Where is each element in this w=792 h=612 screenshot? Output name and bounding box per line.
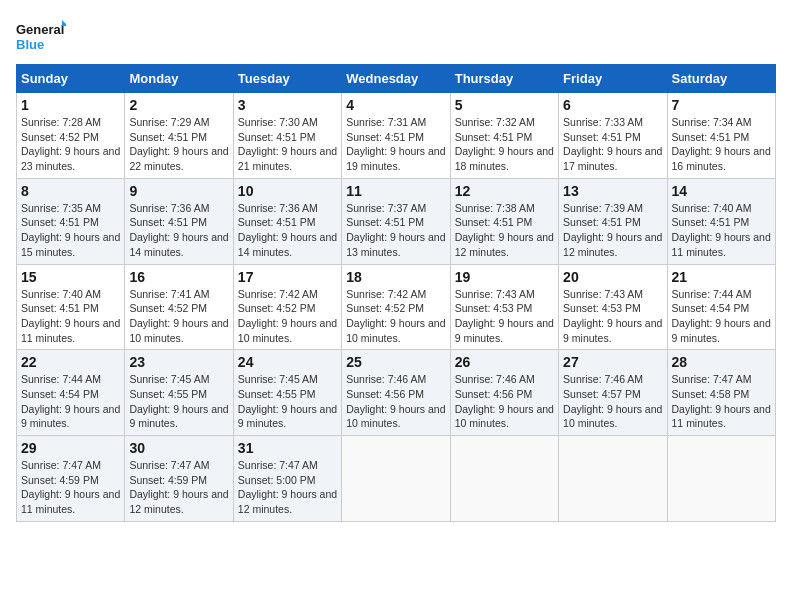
calendar-day-cell: 17Sunrise: 7:42 AMSunset: 4:52 PMDayligh… xyxy=(233,264,341,350)
calendar-day-cell: 31Sunrise: 7:47 AMSunset: 5:00 PMDayligh… xyxy=(233,436,341,522)
day-number: 12 xyxy=(455,183,554,199)
calendar-day-cell: 19Sunrise: 7:43 AMSunset: 4:53 PMDayligh… xyxy=(450,264,558,350)
weekday-header: Monday xyxy=(125,65,233,93)
calendar-day-cell xyxy=(559,436,667,522)
calendar-day-cell: 18Sunrise: 7:42 AMSunset: 4:52 PMDayligh… xyxy=(342,264,450,350)
weekday-header: Thursday xyxy=(450,65,558,93)
calendar-week-row: 22Sunrise: 7:44 AMSunset: 4:54 PMDayligh… xyxy=(17,350,776,436)
day-number: 14 xyxy=(672,183,771,199)
day-number: 21 xyxy=(672,269,771,285)
logo: General Blue xyxy=(16,16,66,56)
weekday-header: Wednesday xyxy=(342,65,450,93)
day-number: 10 xyxy=(238,183,337,199)
day-number: 8 xyxy=(21,183,120,199)
calendar-day-cell: 15Sunrise: 7:40 AMSunset: 4:51 PMDayligh… xyxy=(17,264,125,350)
day-number: 7 xyxy=(672,97,771,113)
day-info: Sunrise: 7:36 AMSunset: 4:51 PMDaylight:… xyxy=(238,201,337,260)
day-info: Sunrise: 7:40 AMSunset: 4:51 PMDaylight:… xyxy=(21,287,120,346)
day-number: 15 xyxy=(21,269,120,285)
day-number: 31 xyxy=(238,440,337,456)
day-number: 11 xyxy=(346,183,445,199)
day-number: 29 xyxy=(21,440,120,456)
day-number: 1 xyxy=(21,97,120,113)
day-info: Sunrise: 7:33 AMSunset: 4:51 PMDaylight:… xyxy=(563,115,662,174)
day-number: 3 xyxy=(238,97,337,113)
calendar-day-cell xyxy=(342,436,450,522)
logo-svg: General Blue xyxy=(16,16,66,56)
day-info: Sunrise: 7:41 AMSunset: 4:52 PMDaylight:… xyxy=(129,287,228,346)
day-number: 19 xyxy=(455,269,554,285)
day-number: 27 xyxy=(563,354,662,370)
day-number: 2 xyxy=(129,97,228,113)
calendar-day-cell: 2Sunrise: 7:29 AMSunset: 4:51 PMDaylight… xyxy=(125,93,233,179)
calendar-day-cell: 3Sunrise: 7:30 AMSunset: 4:51 PMDaylight… xyxy=(233,93,341,179)
svg-marker-2 xyxy=(62,20,66,26)
calendar-day-cell: 20Sunrise: 7:43 AMSunset: 4:53 PMDayligh… xyxy=(559,264,667,350)
day-number: 18 xyxy=(346,269,445,285)
calendar-day-cell: 5Sunrise: 7:32 AMSunset: 4:51 PMDaylight… xyxy=(450,93,558,179)
weekday-header: Tuesday xyxy=(233,65,341,93)
day-info: Sunrise: 7:47 AMSunset: 4:58 PMDaylight:… xyxy=(672,372,771,431)
calendar-day-cell: 10Sunrise: 7:36 AMSunset: 4:51 PMDayligh… xyxy=(233,178,341,264)
day-info: Sunrise: 7:31 AMSunset: 4:51 PMDaylight:… xyxy=(346,115,445,174)
calendar-day-cell: 29Sunrise: 7:47 AMSunset: 4:59 PMDayligh… xyxy=(17,436,125,522)
calendar-day-cell: 6Sunrise: 7:33 AMSunset: 4:51 PMDaylight… xyxy=(559,93,667,179)
day-info: Sunrise: 7:29 AMSunset: 4:51 PMDaylight:… xyxy=(129,115,228,174)
calendar-day-cell: 22Sunrise: 7:44 AMSunset: 4:54 PMDayligh… xyxy=(17,350,125,436)
page-header: General Blue xyxy=(16,16,776,56)
day-number: 4 xyxy=(346,97,445,113)
calendar-day-cell: 13Sunrise: 7:39 AMSunset: 4:51 PMDayligh… xyxy=(559,178,667,264)
day-number: 6 xyxy=(563,97,662,113)
calendar-day-cell: 21Sunrise: 7:44 AMSunset: 4:54 PMDayligh… xyxy=(667,264,775,350)
day-info: Sunrise: 7:28 AMSunset: 4:52 PMDaylight:… xyxy=(21,115,120,174)
weekday-header: Saturday xyxy=(667,65,775,93)
calendar-week-row: 8Sunrise: 7:35 AMSunset: 4:51 PMDaylight… xyxy=(17,178,776,264)
calendar-day-cell xyxy=(450,436,558,522)
day-number: 9 xyxy=(129,183,228,199)
calendar-day-cell: 26Sunrise: 7:46 AMSunset: 4:56 PMDayligh… xyxy=(450,350,558,436)
calendar-day-cell: 14Sunrise: 7:40 AMSunset: 4:51 PMDayligh… xyxy=(667,178,775,264)
day-info: Sunrise: 7:32 AMSunset: 4:51 PMDaylight:… xyxy=(455,115,554,174)
calendar-day-cell: 28Sunrise: 7:47 AMSunset: 4:58 PMDayligh… xyxy=(667,350,775,436)
day-info: Sunrise: 7:47 AMSunset: 5:00 PMDaylight:… xyxy=(238,458,337,517)
day-info: Sunrise: 7:39 AMSunset: 4:51 PMDaylight:… xyxy=(563,201,662,260)
day-number: 24 xyxy=(238,354,337,370)
calendar-week-row: 15Sunrise: 7:40 AMSunset: 4:51 PMDayligh… xyxy=(17,264,776,350)
day-info: Sunrise: 7:44 AMSunset: 4:54 PMDaylight:… xyxy=(672,287,771,346)
day-info: Sunrise: 7:45 AMSunset: 4:55 PMDaylight:… xyxy=(129,372,228,431)
calendar-week-row: 1Sunrise: 7:28 AMSunset: 4:52 PMDaylight… xyxy=(17,93,776,179)
day-info: Sunrise: 7:36 AMSunset: 4:51 PMDaylight:… xyxy=(129,201,228,260)
calendar-day-cell: 27Sunrise: 7:46 AMSunset: 4:57 PMDayligh… xyxy=(559,350,667,436)
day-info: Sunrise: 7:46 AMSunset: 4:56 PMDaylight:… xyxy=(455,372,554,431)
calendar-day-cell: 16Sunrise: 7:41 AMSunset: 4:52 PMDayligh… xyxy=(125,264,233,350)
day-info: Sunrise: 7:37 AMSunset: 4:51 PMDaylight:… xyxy=(346,201,445,260)
svg-text:General: General xyxy=(16,22,64,37)
day-info: Sunrise: 7:45 AMSunset: 4:55 PMDaylight:… xyxy=(238,372,337,431)
day-number: 20 xyxy=(563,269,662,285)
day-number: 30 xyxy=(129,440,228,456)
day-number: 16 xyxy=(129,269,228,285)
calendar-day-cell: 9Sunrise: 7:36 AMSunset: 4:51 PMDaylight… xyxy=(125,178,233,264)
calendar-day-cell xyxy=(667,436,775,522)
weekday-header: Sunday xyxy=(17,65,125,93)
day-number: 23 xyxy=(129,354,228,370)
day-number: 13 xyxy=(563,183,662,199)
day-number: 28 xyxy=(672,354,771,370)
calendar-day-cell: 8Sunrise: 7:35 AMSunset: 4:51 PMDaylight… xyxy=(17,178,125,264)
calendar-header-row: SundayMondayTuesdayWednesdayThursdayFrid… xyxy=(17,65,776,93)
calendar-day-cell: 11Sunrise: 7:37 AMSunset: 4:51 PMDayligh… xyxy=(342,178,450,264)
day-info: Sunrise: 7:46 AMSunset: 4:57 PMDaylight:… xyxy=(563,372,662,431)
day-number: 25 xyxy=(346,354,445,370)
weekday-header: Friday xyxy=(559,65,667,93)
calendar-week-row: 29Sunrise: 7:47 AMSunset: 4:59 PMDayligh… xyxy=(17,436,776,522)
calendar-day-cell: 12Sunrise: 7:38 AMSunset: 4:51 PMDayligh… xyxy=(450,178,558,264)
day-info: Sunrise: 7:30 AMSunset: 4:51 PMDaylight:… xyxy=(238,115,337,174)
svg-text:Blue: Blue xyxy=(16,37,44,52)
day-number: 5 xyxy=(455,97,554,113)
day-number: 22 xyxy=(21,354,120,370)
day-number: 26 xyxy=(455,354,554,370)
calendar-day-cell: 25Sunrise: 7:46 AMSunset: 4:56 PMDayligh… xyxy=(342,350,450,436)
day-info: Sunrise: 7:47 AMSunset: 4:59 PMDaylight:… xyxy=(21,458,120,517)
calendar-day-cell: 23Sunrise: 7:45 AMSunset: 4:55 PMDayligh… xyxy=(125,350,233,436)
calendar-day-cell: 24Sunrise: 7:45 AMSunset: 4:55 PMDayligh… xyxy=(233,350,341,436)
